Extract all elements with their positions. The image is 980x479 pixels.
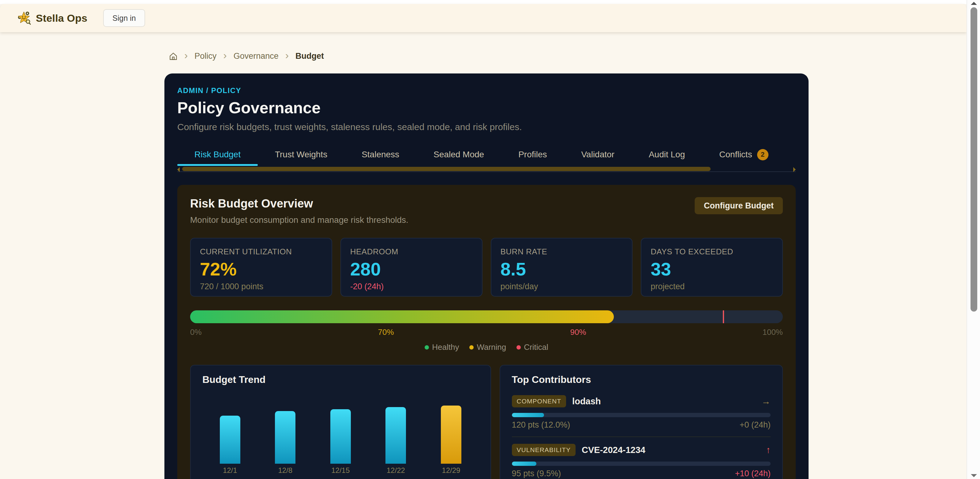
page-subtitle: Configure risk budgets, trust weights, s…	[177, 122, 796, 132]
top-contributors-title: Top Contributors	[512, 374, 771, 385]
gauge-label-100: 100%	[762, 328, 783, 337]
tab-conflicts-label: Conflicts	[719, 150, 752, 159]
budget-trend-card: Budget Trend 12/1 12/8 12/15 12/22 12/29	[190, 365, 491, 479]
contributor-cve-2024-1234[interactable]: VULNERABILITY CVE-2024-1234 ↑ 95 pts (9.…	[512, 444, 771, 478]
stat-sub: 720 / 1000 points	[200, 282, 322, 291]
contributor-name: CVE-2024-1234	[582, 445, 645, 455]
legend-healthy: Healthy	[425, 342, 459, 352]
trend-bar	[275, 411, 296, 464]
scrollbar-up-arrow-icon[interactable]	[971, 2, 977, 5]
contributor-delta: +10 (24h)	[735, 469, 771, 478]
gauge-threshold-labels: 0% 70% 90% 100%	[190, 328, 783, 337]
stats-grid: CURRENT UTILIZATION 72% 720 / 1000 point…	[190, 238, 783, 297]
brand-title: Stella Ops	[36, 12, 87, 24]
scrollbar-down-arrow-icon[interactable]	[971, 474, 977, 477]
scrollbar-thumb[interactable]	[970, 7, 977, 312]
contributor-bar-track	[512, 413, 771, 417]
contributor-points: 120 pts (12.0%)	[512, 420, 570, 430]
top-contributors-card: Top Contributors COMPONENT lodash → 120 …	[500, 365, 783, 479]
stat-value: 280	[350, 259, 473, 279]
scroll-right-arrow-icon[interactable]	[793, 167, 796, 172]
scroll-left-arrow-icon[interactable]	[177, 167, 180, 172]
legend-critical: Critical	[517, 342, 548, 352]
gauge-critical-marker	[723, 310, 724, 323]
trend-flat-icon: →	[761, 396, 771, 406]
trend-bar	[330, 409, 351, 464]
tab-audit-log[interactable]: Audit Log	[632, 143, 702, 166]
stat-value: 8.5	[501, 259, 623, 279]
contributor-type-badge: COMPONENT	[512, 395, 566, 407]
critical-dot-icon	[517, 345, 521, 350]
stat-label: HEADROOM	[350, 247, 473, 256]
budget-trend-chart	[202, 388, 479, 464]
section-eyebrow: ADMIN / POLICY	[177, 86, 796, 95]
stat-headroom: HEADROOM 280 -20 (24h)	[340, 238, 482, 297]
contributor-bar-track	[512, 461, 771, 466]
app-header: Stella Ops Sign in	[0, 4, 967, 32]
stat-sub: projected	[651, 282, 773, 291]
tabstrip: Risk Budget Trust Weights Staleness Seal…	[177, 143, 796, 172]
gauge-label-0: 0%	[190, 328, 202, 337]
trend-x-axis-labels: 12/1 12/8 12/15 12/22 12/29	[202, 466, 479, 475]
tab-trust-weights[interactable]: Trust Weights	[258, 143, 344, 166]
contributor-name: lodash	[572, 396, 601, 406]
budget-utilization-gauge	[190, 310, 783, 323]
breadcrumb-policy[interactable]: Policy	[194, 51, 216, 61]
stat-current-utilization: CURRENT UTILIZATION 72% 720 / 1000 point…	[190, 238, 332, 297]
home-icon[interactable]	[169, 52, 178, 60]
tab-staleness[interactable]: Staleness	[344, 143, 416, 166]
stat-label: BURN RATE	[501, 247, 623, 256]
trend-bar	[385, 407, 406, 464]
contributor-bar-fill	[512, 461, 536, 466]
tab-profiles[interactable]: Profiles	[501, 143, 564, 166]
trend-up-icon: ↑	[766, 445, 771, 455]
healthy-dot-icon	[425, 345, 429, 350]
gauge-fill	[190, 310, 614, 323]
gauge-label-90: 90%	[570, 328, 586, 337]
risk-budget-overview-card: Risk Budget Overview Monitor budget cons…	[177, 185, 796, 479]
stat-label: CURRENT UTILIZATION	[200, 247, 322, 256]
tabs: Risk Budget Trust Weights Staleness Seal…	[177, 143, 796, 166]
stella-ops-logo-icon	[17, 11, 31, 25]
trend-bar	[220, 415, 240, 464]
stat-label: DAYS TO EXCEEDED	[651, 247, 773, 256]
stat-sub: -20 (24h)	[350, 282, 473, 291]
tab-risk-budget[interactable]: Risk Budget	[177, 143, 258, 166]
budget-trend-title: Budget Trend	[202, 374, 479, 385]
gauge-legend: Healthy Warning Critical	[190, 342, 783, 352]
conflicts-count-badge: 2	[757, 149, 768, 161]
stat-value: 72%	[200, 259, 322, 279]
breadcrumb-governance[interactable]: Governance	[234, 51, 278, 61]
contributor-delta: +0 (24h)	[740, 420, 771, 430]
top-strip	[0, 0, 980, 4]
tab-clipped[interactable]: Pl	[786, 143, 796, 166]
stat-sub: points/day	[501, 282, 623, 291]
tab-sealed-mode[interactable]: Sealed Mode	[416, 143, 501, 166]
tabs-horizontal-scrollbar[interactable]	[177, 167, 796, 172]
sign-in-button[interactable]: Sign in	[103, 9, 145, 27]
breadcrumb-current: Budget	[296, 51, 324, 61]
stat-days-to-exceeded: DAYS TO EXCEEDED 33 projected	[641, 238, 783, 297]
policy-governance-panel: ADMIN / POLICY Policy Governance Configu…	[164, 73, 808, 479]
breadcrumb-separator: ›	[285, 51, 289, 59]
gauge-label-70: 70%	[378, 328, 394, 337]
breadcrumb-separator: ›	[223, 51, 227, 59]
tabs-scrollbar-thumb[interactable]	[182, 167, 711, 171]
page-title: Policy Governance	[177, 99, 796, 117]
tab-validator[interactable]: Validator	[564, 143, 632, 166]
configure-budget-button[interactable]: Configure Budget	[695, 197, 783, 214]
legend-warning: Warning	[469, 342, 506, 352]
tab-conflicts[interactable]: Conflicts 2	[702, 143, 785, 166]
warning-dot-icon	[469, 345, 474, 350]
contributor-bar-fill	[512, 413, 544, 417]
brand[interactable]: Stella Ops	[17, 11, 87, 25]
browser-vertical-scrollbar[interactable]	[967, 0, 980, 479]
contributor-lodash[interactable]: COMPONENT lodash → 120 pts (12.0%) +0 (2…	[512, 395, 771, 430]
divider	[512, 436, 771, 437]
stat-burn-rate: BURN RATE 8.5 points/day	[491, 238, 633, 297]
breadcrumb-separator: ›	[184, 51, 188, 59]
overview-title: Risk Budget Overview	[190, 197, 409, 210]
breadcrumb: › Policy › Governance › Budget	[169, 51, 324, 61]
overview-subtitle: Monitor budget consumption and manage ri…	[190, 215, 409, 225]
stat-value: 33	[651, 259, 773, 279]
